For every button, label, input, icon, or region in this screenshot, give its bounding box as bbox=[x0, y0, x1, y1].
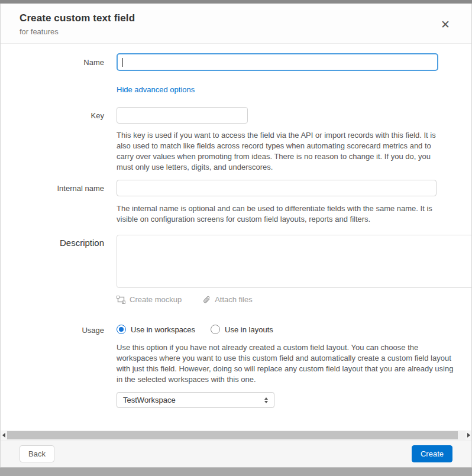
scroll-left-arrow-icon[interactable] bbox=[1, 430, 7, 440]
radio-use-in-workspaces-label: Use in workspaces bbox=[131, 325, 195, 334]
close-icon[interactable]: ✕ bbox=[437, 15, 454, 34]
scrollbar-track[interactable] bbox=[7, 430, 465, 440]
create-button[interactable]: Create bbox=[412, 445, 452, 462]
attach-files-label: Attach files bbox=[215, 295, 253, 304]
back-button[interactable]: Back bbox=[20, 445, 54, 462]
key-label: Key bbox=[20, 107, 104, 120]
create-custom-field-modal: Create custom text field for features ✕ … bbox=[0, 4, 472, 467]
radio-unselected-icon[interactable] bbox=[211, 325, 220, 334]
select-updown-icon bbox=[264, 397, 268, 403]
name-label: Name bbox=[20, 53, 104, 67]
radio-selected-icon[interactable] bbox=[117, 325, 126, 334]
modal-subtitle: for features bbox=[20, 27, 135, 36]
description-label: Description bbox=[20, 235, 104, 248]
create-mockup-label: Create mockup bbox=[130, 295, 182, 304]
usage-label: Usage bbox=[20, 325, 104, 335]
radio-use-in-layouts[interactable]: Use in layouts bbox=[211, 325, 273, 334]
page-bottom-strip bbox=[0, 467, 472, 476]
key-help-text: This key is used if you want to access t… bbox=[117, 130, 437, 173]
text-cursor bbox=[122, 58, 123, 67]
hide-advanced-options-link[interactable]: Hide advanced options bbox=[117, 85, 195, 94]
usage-help-text: Use this option if you have not already … bbox=[117, 342, 458, 385]
modal-body: Name Hide advanced options Key bbox=[1, 44, 471, 430]
workspace-select[interactable]: TestWorkspace bbox=[117, 392, 274, 408]
modal-title: Create custom text field bbox=[20, 12, 135, 24]
page-background: Create custom text field for features ✕ … bbox=[0, 0, 472, 476]
horizontal-scrollbar[interactable] bbox=[1, 430, 471, 440]
modal-footer: Back Create bbox=[1, 440, 471, 467]
internal-name-label: Internal name bbox=[20, 180, 104, 193]
radio-use-in-workspaces[interactable]: Use in workspaces bbox=[117, 325, 195, 334]
create-mockup-button[interactable]: Create mockup bbox=[117, 295, 182, 304]
scrollbar-thumb[interactable] bbox=[7, 431, 458, 439]
description-textarea[interactable] bbox=[117, 235, 471, 288]
modal-header-text: Create custom text field for features bbox=[20, 12, 135, 36]
internal-name-input[interactable] bbox=[117, 180, 437, 196]
paperclip-icon bbox=[203, 296, 211, 304]
mockup-icon bbox=[117, 296, 125, 304]
name-input[interactable] bbox=[117, 53, 438, 71]
scroll-right-arrow-icon[interactable] bbox=[465, 430, 471, 440]
attach-files-button[interactable]: Attach files bbox=[203, 295, 253, 304]
key-input[interactable] bbox=[117, 107, 248, 124]
radio-use-in-layouts-label: Use in layouts bbox=[225, 325, 273, 334]
internal-name-help-text: The internal name is optional and can be… bbox=[117, 203, 437, 225]
modal-header: Create custom text field for features ✕ bbox=[1, 4, 471, 44]
workspace-select-value: TestWorkspace bbox=[123, 396, 176, 404]
